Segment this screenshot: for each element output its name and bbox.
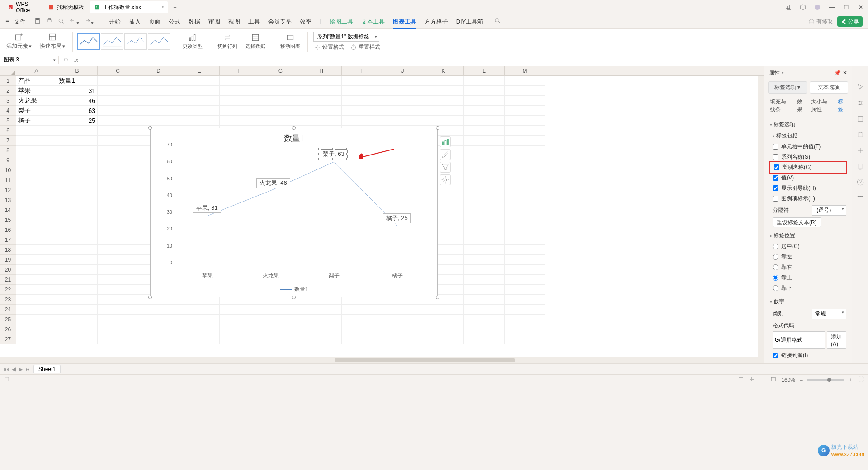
pos-right[interactable]: 靠右 bbox=[770, 262, 846, 273]
cell[interactable] bbox=[342, 76, 382, 86]
col-header[interactable]: A bbox=[16, 66, 57, 75]
cell[interactable] bbox=[505, 185, 545, 195]
cell[interactable]: 数量1 bbox=[57, 76, 98, 86]
row-header[interactable]: 13 bbox=[0, 195, 16, 205]
cell[interactable] bbox=[220, 116, 260, 126]
col-header[interactable]: E bbox=[179, 66, 220, 75]
chart-float-type-icon[interactable] bbox=[440, 136, 451, 147]
cell[interactable] bbox=[505, 136, 545, 146]
cell[interactable] bbox=[220, 315, 260, 324]
chart-object[interactable]: 数量1 010203040506070 苹果, 31火龙果, 46梨子, 63橘… bbox=[150, 128, 438, 297]
cell[interactable] bbox=[98, 265, 138, 275]
chk-value[interactable]: 值(V) bbox=[770, 173, 846, 183]
cell[interactable] bbox=[301, 76, 342, 86]
col-header[interactable]: F bbox=[220, 66, 260, 75]
cell[interactable] bbox=[98, 334, 138, 344]
row-header[interactable]: 26 bbox=[0, 324, 16, 334]
name-box[interactable]: 图表 3 bbox=[0, 56, 59, 64]
help-icon[interactable] bbox=[856, 178, 864, 188]
cell[interactable] bbox=[464, 305, 505, 315]
cell[interactable] bbox=[464, 315, 505, 324]
cell[interactable] bbox=[179, 86, 220, 96]
row-header[interactable]: 16 bbox=[0, 225, 16, 235]
cell[interactable] bbox=[342, 324, 382, 334]
search-icon[interactable] bbox=[494, 17, 501, 26]
cell[interactable] bbox=[464, 245, 505, 255]
cell[interactable] bbox=[16, 185, 57, 195]
cell[interactable] bbox=[464, 136, 505, 146]
col-header[interactable]: G bbox=[260, 66, 301, 75]
menu-diy[interactable]: DIY工具箱 bbox=[456, 18, 484, 26]
row-header[interactable]: 9 bbox=[0, 155, 16, 165]
cell[interactable] bbox=[57, 324, 98, 334]
row-header[interactable]: 14 bbox=[0, 205, 16, 215]
row-header[interactable]: 27 bbox=[0, 334, 16, 344]
select-icon[interactable] bbox=[856, 83, 864, 93]
cell[interactable] bbox=[464, 165, 505, 175]
chart-legend[interactable]: 数量1 bbox=[151, 286, 437, 293]
cell[interactable] bbox=[98, 295, 138, 305]
cell[interactable] bbox=[98, 195, 138, 205]
row-header[interactable]: 5 bbox=[0, 116, 16, 126]
cell[interactable] bbox=[260, 86, 301, 96]
hamburger-icon[interactable]: ≡ bbox=[5, 18, 9, 26]
cell[interactable] bbox=[464, 86, 505, 96]
cell[interactable] bbox=[16, 146, 57, 155]
file-menu[interactable]: 文件 bbox=[12, 18, 28, 26]
menu-view[interactable]: 视图 bbox=[228, 18, 240, 26]
cell[interactable] bbox=[464, 175, 505, 185]
cell[interactable] bbox=[260, 106, 301, 116]
cell[interactable] bbox=[220, 106, 260, 116]
menu-efficiency[interactable]: 效率 bbox=[300, 18, 311, 26]
cell[interactable] bbox=[464, 195, 505, 205]
tab-label-options[interactable]: 标签选项 ▾ bbox=[768, 81, 807, 94]
cell[interactable] bbox=[179, 96, 220, 106]
cell[interactable] bbox=[98, 155, 138, 165]
new-tab-button[interactable]: ＋ bbox=[169, 1, 181, 13]
cell[interactable] bbox=[98, 116, 138, 126]
row-header[interactable]: 10 bbox=[0, 165, 16, 175]
view-grid-icon[interactable] bbox=[749, 376, 755, 384]
cell[interactable] bbox=[138, 334, 179, 344]
sparkle-icon[interactable] bbox=[856, 146, 864, 156]
cell[interactable] bbox=[382, 76, 423, 86]
menu-tools[interactable]: 工具 bbox=[248, 18, 260, 26]
cell[interactable] bbox=[220, 305, 260, 315]
cell[interactable] bbox=[464, 275, 505, 285]
collapse-panel-icon[interactable]: — bbox=[858, 70, 863, 77]
cell[interactable] bbox=[220, 96, 260, 106]
cell[interactable] bbox=[57, 295, 98, 305]
cell[interactable] bbox=[301, 315, 342, 324]
cell[interactable] bbox=[464, 155, 505, 165]
cell[interactable] bbox=[464, 205, 505, 215]
menu-draw-tools[interactable]: 绘图工具 bbox=[330, 18, 353, 26]
cell[interactable] bbox=[16, 215, 57, 225]
cell[interactable] bbox=[138, 76, 179, 86]
cell[interactable] bbox=[464, 96, 505, 106]
cell[interactable] bbox=[98, 96, 138, 106]
menu-data[interactable]: 数据 bbox=[189, 18, 200, 26]
cell[interactable] bbox=[260, 305, 301, 315]
cell[interactable] bbox=[505, 86, 545, 96]
cell[interactable] bbox=[57, 334, 98, 344]
undo-icon[interactable]: ▾ bbox=[69, 17, 79, 26]
cell[interactable] bbox=[423, 334, 464, 344]
cell[interactable] bbox=[16, 175, 57, 185]
cell[interactable] bbox=[505, 255, 545, 265]
cell[interactable] bbox=[464, 116, 505, 126]
window-minimize-icon[interactable]: — bbox=[828, 4, 835, 11]
cell[interactable] bbox=[464, 255, 505, 265]
zoom-fx-icon[interactable] bbox=[63, 57, 70, 63]
cell[interactable]: 梨子 bbox=[16, 106, 57, 116]
chk-link-source[interactable]: 链接到源(I) bbox=[770, 350, 846, 361]
subtab-label[interactable]: 标签 bbox=[838, 98, 846, 113]
resize-handle[interactable] bbox=[292, 126, 296, 130]
cell[interactable] bbox=[16, 305, 57, 315]
cell[interactable] bbox=[464, 225, 505, 235]
cell[interactable] bbox=[505, 146, 545, 155]
subtab-effect[interactable]: 效果 bbox=[797, 98, 806, 113]
cell[interactable] bbox=[220, 86, 260, 96]
cell[interactable] bbox=[423, 106, 464, 116]
menu-chart-tools[interactable]: 图表工具 bbox=[393, 18, 416, 26]
row-header[interactable]: 3 bbox=[0, 96, 16, 106]
